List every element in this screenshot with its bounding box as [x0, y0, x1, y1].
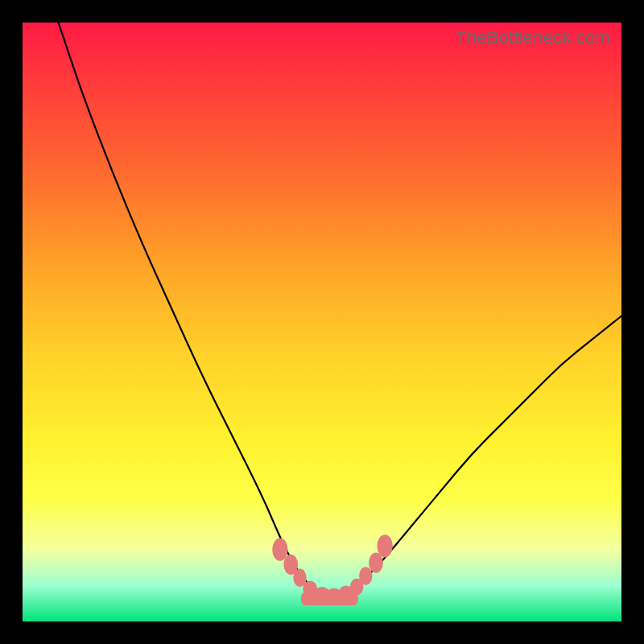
curve-marker: [272, 539, 287, 561]
curve-marker: [359, 567, 372, 584]
bottleneck-curve-line: [59, 23, 621, 597]
chart-plot-area: TheBottleneck.com: [23, 23, 621, 621]
bottleneck-chart: [23, 23, 621, 621]
curve-marker: [377, 535, 392, 557]
watermark-text: TheBottleneck.com: [456, 27, 610, 48]
curve-floor-bar: [301, 592, 358, 605]
